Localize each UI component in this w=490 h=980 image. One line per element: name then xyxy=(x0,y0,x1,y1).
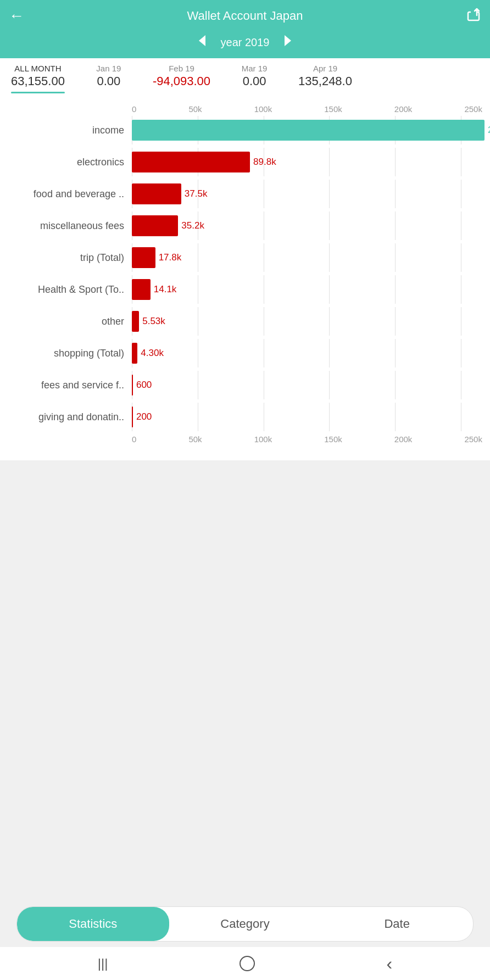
bottom-nav: StatisticsCategoryDate xyxy=(0,901,490,947)
chart-bar-area[interactable]: 89.8k xyxy=(132,148,485,176)
next-year-button[interactable] xyxy=(280,33,296,52)
grid-line xyxy=(461,403,461,431)
axis-label-2: 100k xyxy=(254,435,272,444)
bottom-tab-date[interactable]: Date xyxy=(321,907,473,941)
month-tab-2[interactable]: Feb 19-94,093.00 xyxy=(142,58,221,99)
grid-line xyxy=(395,180,396,208)
grid-line xyxy=(461,339,461,368)
chart-bar-area[interactable]: 17.8k xyxy=(132,243,485,272)
grid-line xyxy=(461,307,461,336)
grid-line xyxy=(395,275,396,304)
chart-bar[interactable]: 89.8k xyxy=(132,152,250,172)
month-tab-1[interactable]: Jan 190.00 xyxy=(76,58,142,99)
header-title: Wallet Account Japan xyxy=(24,9,466,23)
chart-row: income268k xyxy=(5,116,485,144)
grid-line xyxy=(461,148,461,176)
chart-bar-area[interactable]: 35.2k xyxy=(132,211,485,240)
bottom-tab-category[interactable]: Category xyxy=(169,907,321,941)
bar-value-label: 4.30k xyxy=(141,348,164,359)
header-nav: year 2019 xyxy=(9,29,481,58)
month-tab-value: 0.00 xyxy=(87,74,131,88)
bar-value-label: 5.53k xyxy=(142,316,165,327)
axis-top-row: 050k100k150k200k250k xyxy=(5,104,485,114)
android-menu-button[interactable]: ||| xyxy=(98,956,108,971)
chart-bar[interactable]: 35.2k xyxy=(132,215,178,236)
axis-label-5: 250k xyxy=(464,435,482,444)
grid-line xyxy=(461,371,461,399)
month-tab-label: Apr 19 xyxy=(298,64,352,73)
bar-value-label: 35.2k xyxy=(181,220,204,231)
chart-row-category-label: Health & Sport (To.. xyxy=(5,284,132,296)
header-top: ← Wallet Account Japan xyxy=(9,7,481,25)
bottom-tabs-container: StatisticsCategoryDate xyxy=(16,906,474,942)
chart-bar[interactable]: 4.30k xyxy=(132,343,137,364)
month-tab-label: Feb 19 xyxy=(153,64,210,73)
bar-value-label: 14.1k xyxy=(154,284,177,295)
android-home-button[interactable] xyxy=(237,954,257,973)
month-tab-3[interactable]: Mar 190.00 xyxy=(221,58,287,99)
home-circle-icon xyxy=(240,956,255,971)
chart-row: food and beverage ..37.5k xyxy=(5,180,485,208)
chart-bar-area[interactable]: 268k xyxy=(132,116,485,144)
chart-row-category-label: other xyxy=(5,316,132,327)
axis-label-3: 150k xyxy=(324,435,342,444)
chart-bar-area[interactable]: 14.1k xyxy=(132,275,485,304)
grid-line xyxy=(329,339,330,368)
axis-label-0: 0 xyxy=(132,435,136,444)
grid-line xyxy=(264,275,264,304)
chart-row: electronics89.8k xyxy=(5,148,485,176)
svg-marker-0 xyxy=(199,35,205,46)
chart-row-category-label: miscellaneous fees xyxy=(5,220,132,232)
month-tab-0[interactable]: ALL MONTH63,155.00 xyxy=(0,58,76,99)
grid-line xyxy=(198,243,198,272)
grid-line xyxy=(461,243,461,272)
grid-line xyxy=(395,211,396,240)
chart-bar[interactable]: 37.5k xyxy=(132,183,181,204)
chart-bar[interactable]: 268k xyxy=(132,120,485,141)
grid-line xyxy=(329,243,330,272)
android-back-button[interactable]: ‹ xyxy=(387,954,393,974)
chart-row: Health & Sport (To..14.1k xyxy=(5,275,485,304)
grid-line xyxy=(264,307,264,336)
chart-bar[interactable]: 5.53k xyxy=(132,311,139,332)
grid-line xyxy=(395,339,396,368)
chart-bar[interactable]: 14.1k xyxy=(132,279,151,300)
bottom-tab-statistics[interactable]: Statistics xyxy=(17,907,169,941)
grid-line xyxy=(395,243,396,272)
share-button[interactable] xyxy=(466,7,481,25)
grid-line xyxy=(395,148,396,176)
chart-rows: income268kelectronics89.8kfood and bever… xyxy=(5,116,485,431)
chart-bar[interactable]: 17.8k xyxy=(132,247,155,268)
prev-year-button[interactable] xyxy=(194,33,210,52)
grid-line xyxy=(461,275,461,304)
chart-bar-area[interactable]: 600 xyxy=(132,371,485,399)
grid-line xyxy=(264,339,264,368)
chart-bar-area[interactable]: 37.5k xyxy=(132,180,485,208)
month-tab-label: Mar 19 xyxy=(232,64,276,73)
grid-line xyxy=(329,371,330,399)
grid-line xyxy=(198,371,198,399)
back-button[interactable]: ← xyxy=(9,7,24,25)
grid-line xyxy=(198,339,198,368)
grid-line xyxy=(329,211,330,240)
chart-bar[interactable]: 600 xyxy=(132,375,133,396)
axis-label-2: 100k xyxy=(254,104,272,114)
grid-line xyxy=(198,403,198,431)
chart-bar[interactable]: 200 xyxy=(132,407,133,427)
month-tab-4[interactable]: Apr 19135,248.0 xyxy=(287,58,363,99)
bar-value-label: 37.5k xyxy=(185,188,208,199)
axis-label-5: 250k xyxy=(464,104,482,114)
chart-row-category-label: trip (Total) xyxy=(5,252,132,264)
chart-bar-area[interactable]: 200 xyxy=(132,403,485,431)
chart-bar-area[interactable]: 4.30k xyxy=(132,339,485,368)
chart-bar-area[interactable]: 5.53k xyxy=(132,307,485,336)
grid-line xyxy=(264,403,264,431)
grid-line xyxy=(329,307,330,336)
axis-label-3: 150k xyxy=(324,104,342,114)
bar-value-label: 17.8k xyxy=(159,252,182,263)
axis-top-labels: 050k100k150k200k250k xyxy=(132,104,485,114)
chart-row: fees and service f..600 xyxy=(5,371,485,399)
grid-line xyxy=(198,307,198,336)
android-nav: ||| ‹ xyxy=(0,947,490,980)
grid-line xyxy=(264,180,264,208)
